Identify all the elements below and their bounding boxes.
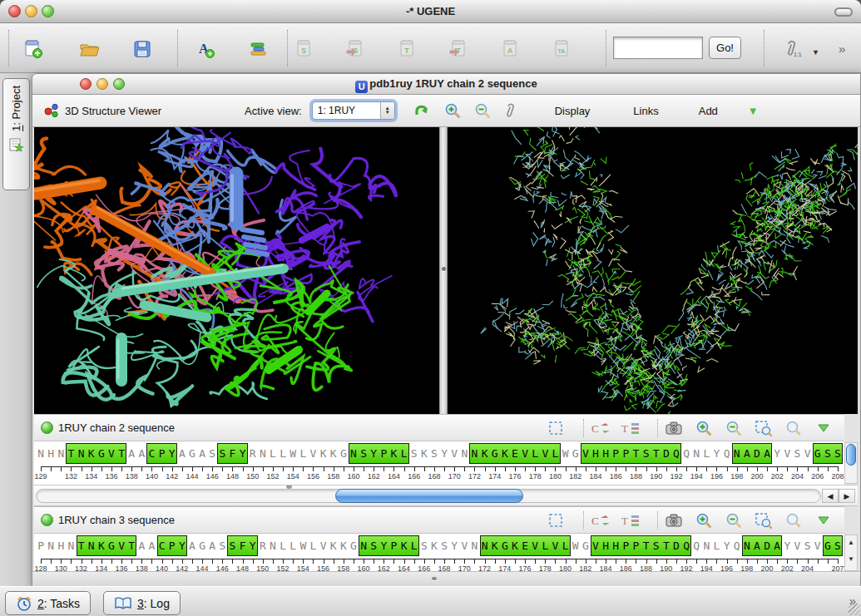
annotations-button[interactable]: A (195, 38, 216, 60)
screenshot-icon[interactable] (665, 512, 683, 529)
menu-links[interactable]: Links (633, 105, 658, 117)
sequence-letter: H (601, 441, 611, 466)
menu-display[interactable]: Display (555, 105, 591, 117)
ruler-label: 164 (388, 472, 400, 480)
sequence-letter: S (833, 441, 843, 466)
sequence-letter: N (480, 534, 490, 558)
sequence-letter: N (701, 534, 711, 558)
sequence-letters-row[interactable]: PNHNTNKGVTAACPYAGASSFYRNLLWLVKKGNSYPKLSK… (34, 534, 844, 558)
copy-annotation-icon[interactable]: A (499, 38, 521, 60)
screenshot-icon[interactable] (665, 420, 683, 436)
project-tab-label: 1: Project (10, 86, 22, 131)
zoom-out-icon[interactable] (725, 420, 743, 436)
sidebar-item-tasks[interactable]: 2: Tasks (5, 591, 91, 615)
structure-3d-cartoon-view[interactable] (34, 127, 439, 414)
sequence-letter: P (631, 534, 641, 558)
collapse-icon[interactable] (814, 420, 833, 436)
sequence-letter: A (742, 441, 752, 466)
sequence-letter: N (36, 441, 46, 466)
restore-view-button[interactable] (413, 102, 432, 119)
zoom-in-icon[interactable] (695, 512, 713, 529)
zoom-out-icon[interactable] (725, 512, 743, 529)
ruler-label: 144 (186, 472, 198, 480)
zoom-whole-icon[interactable] (784, 420, 803, 436)
sequence-letter: S (409, 441, 419, 466)
viewer-collapse-icon[interactable]: ▼ (748, 105, 759, 117)
ruler-label: 184 (589, 472, 601, 480)
zoom-ratio-dropdown[interactable]: ▼ (812, 48, 819, 57)
sequence-letter: V (803, 441, 813, 466)
sequence-letter: H (611, 534, 621, 558)
ruler-label: 168 (428, 472, 440, 480)
toolbar-overflow-chevron[interactable]: » (839, 42, 845, 56)
resize-grip[interactable] (849, 604, 860, 615)
active-view-select[interactable]: 1: 1RUY ▲▼ (312, 101, 395, 120)
ruler-label: 174 (488, 472, 501, 480)
sequence-ruler: 1291321341361381401421441461481501521541… (34, 466, 844, 482)
collapse-icon[interactable] (814, 512, 833, 529)
search-input[interactable] (613, 37, 703, 59)
zoom-selection-icon[interactable] (755, 420, 773, 436)
sequence-letter: Q (691, 534, 701, 558)
chain3-vertical-scrollbar[interactable]: ▲ ▼ (844, 535, 858, 571)
copy-sequence-icon[interactable]: S (293, 38, 314, 60)
open-button[interactable] (78, 38, 100, 60)
bottom-dock-bar: 2: Tasks 3: Log » (0, 586, 861, 616)
ruler-label: 206 (811, 472, 824, 480)
save-button[interactable] (131, 38, 153, 60)
ruler-label: 172 (468, 472, 481, 480)
copy-translation-icon[interactable]: T (621, 420, 639, 436)
copy-qualifier-icon[interactable]: TA (551, 38, 572, 60)
scrollbar-thumb[interactable] (846, 444, 856, 466)
window-title: -* UGENE (0, 5, 861, 17)
zoom-in-icon[interactable] (695, 420, 713, 436)
combo-stepper-icon[interactable]: ▲▼ (380, 102, 394, 119)
copy-complement-icon[interactable]: C (591, 512, 609, 529)
sequence-letters-row[interactable]: NHNTNKGVTAACPYAGASSFYRNLLWLVKKGNSYPKLSKS… (34, 441, 844, 466)
structure-3d-wireframe-view[interactable] (448, 127, 858, 414)
alignment-button[interactable] (248, 38, 270, 60)
go-button[interactable]: Go! (709, 37, 741, 59)
sequence-letter: G (813, 441, 823, 466)
selection-icon[interactable] (547, 420, 565, 436)
selection-icon[interactable] (547, 512, 565, 529)
zoom-ratio-button[interactable]: 1:1 (780, 38, 802, 60)
zoom-out-button[interactable] (473, 102, 492, 119)
zoom-selection-icon[interactable] (755, 512, 773, 529)
ruler-label: 188 (630, 472, 642, 480)
sequence-letter: Q (732, 534, 742, 558)
sequence-letter: Y (772, 441, 782, 466)
menu-add[interactable]: Add (699, 105, 718, 117)
bottom-splitter[interactable] (32, 571, 860, 586)
hscroll-right-arrow[interactable]: ▶ (839, 489, 855, 503)
pane-splitter[interactable] (439, 127, 448, 414)
svg-text:T: T (621, 515, 628, 527)
copy-complement-translation-icon[interactable]: T (448, 38, 469, 60)
sidebar-item-log[interactable]: 3: Log (103, 591, 181, 615)
zoom-whole-icon[interactable] (784, 512, 803, 529)
toolbar-toggle-pill[interactable] (834, 7, 853, 17)
ruler-label: 160 (347, 472, 359, 480)
sequence-letter: L (711, 534, 721, 558)
attach-button[interactable] (502, 102, 520, 119)
sequence-letter: N (359, 534, 369, 558)
sequence-letter: G (490, 441, 500, 466)
copy-translation-icon[interactable]: T (621, 512, 639, 529)
sequence-letter: L (409, 534, 419, 558)
scroll-up-arrow[interactable]: ▲ (845, 537, 857, 549)
zoom-in-button[interactable] (443, 102, 462, 119)
copy-translation-icon[interactable]: T (396, 38, 418, 60)
copy-complement-sequence-icon[interactable]: S (344, 38, 366, 60)
hscroll-thumb[interactable] (335, 489, 523, 503)
chain2-vertical-scrollbar[interactable] (844, 442, 858, 484)
hscroll-left-arrow[interactable]: ◀ (822, 489, 839, 503)
scroll-down-arrow[interactable]: ▼ (845, 554, 857, 565)
svg-text:A: A (507, 47, 513, 55)
new-document-button[interactable] (22, 38, 44, 60)
sequence-letter: L (308, 534, 318, 558)
sequence-hscrollbar[interactable]: ◀ ▶ (34, 485, 858, 506)
sequence-letter: K (339, 534, 349, 558)
copy-complement-icon[interactable]: C (591, 420, 609, 436)
sidebar-item-project[interactable]: 1: Project ★ (2, 78, 30, 190)
ruler-label: 146 (206, 472, 219, 480)
